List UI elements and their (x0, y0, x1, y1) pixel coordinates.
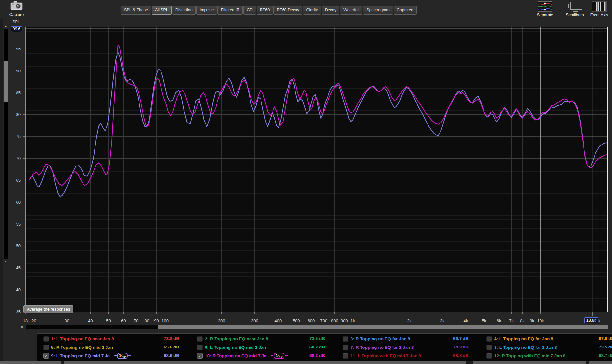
legend-value: 65.6 dB (164, 345, 179, 349)
x-axis-label: 4k (464, 318, 468, 323)
x-axis-label: 7k (509, 318, 514, 323)
y-axis-label: 80 (16, 112, 21, 117)
legend-label[interactable]: 5: R Topping no EQ mid 2 Jan (51, 345, 113, 350)
legend-value: 73.5 dB (309, 336, 325, 341)
x-axis-label: 900 (341, 318, 348, 323)
y-axis-label: 45 (16, 265, 21, 270)
legend-item: ✓10: R Topping no EQ mid 7 Ja1⁄1268.3 dB (197, 352, 325, 359)
average-responses-tooltip[interactable]: Average the responses (23, 305, 73, 313)
legend-label[interactable]: 6: L Topping no EQ mid 2 Jan (205, 345, 266, 350)
legend-checkbox[interactable] (486, 336, 492, 342)
x-axis-label: 18 (23, 318, 28, 323)
x-axis-label: 600 (308, 318, 315, 323)
y-axis-label: 60 (16, 200, 21, 205)
legend-checkbox[interactable] (43, 336, 49, 342)
legend-label[interactable]: 3: R Topping no EQ far Jan 8 (351, 337, 410, 341)
y-axis-label: 40 (16, 287, 21, 292)
legend-value: 68.7 dB (599, 353, 612, 358)
legend-panel: 1: L Topping no EQ near Jan 873.8 dB5: R… (37, 333, 612, 361)
legend-checkbox[interactable] (197, 345, 203, 350)
legend-item: 11: L Topping with EQ mid 7 Jan 868.8 dB (343, 352, 469, 359)
spl-chart[interactable]: 9590858075706560555045403518203040506070… (0, 0, 612, 364)
y-axis-label: 55 (16, 222, 21, 227)
legend-value: 67.0 dB (599, 336, 612, 341)
legend-checkbox[interactable] (486, 353, 492, 359)
x-axis-label: 40 (88, 318, 93, 323)
smoothing-badge[interactable]: 1⁄12 (271, 353, 287, 359)
smoothing-badge[interactable]: 1⁄12 (114, 353, 131, 359)
y-axis-label: 50 (16, 243, 21, 248)
x-axis-label: 5k (482, 318, 486, 323)
x-axis-label: 700 (320, 318, 327, 323)
bottom-scrollbar-divider (466, 361, 473, 364)
y-axis-label: 90 (16, 69, 21, 73)
legend-value: 68.3 dB (309, 353, 325, 358)
scroll-left-arrow[interactable]: ◀ (20, 325, 23, 329)
x-axis-label: 1k (351, 318, 355, 323)
x-axis-label: 3k (440, 318, 445, 323)
y-axis-label: 65 (16, 178, 21, 183)
x-axis-label: 6k (497, 318, 501, 323)
x-axis-label: 200 (218, 318, 225, 323)
x-axis-label: 80 (145, 318, 149, 323)
legend-value: 68.8 dB (453, 353, 469, 358)
x-axis-label: 30 (64, 318, 69, 323)
x-axis-label: 100 (161, 318, 169, 323)
legend-item: 5: R Topping no EQ mid 2 Jan65.6 dB (43, 344, 179, 350)
vertical-scroll-thumb[interactable] (4, 61, 8, 102)
legend-checkbox[interactable] (197, 336, 203, 342)
legend-item: ✓9: L Topping no EQ mid 7 Ja1⁄1268.6 dB (43, 352, 179, 359)
legend-checkbox[interactable] (343, 353, 348, 359)
legend-item: 3: R Topping no EQ far Jan 866.7 dB (343, 336, 469, 342)
x-axis-label: 2k (407, 318, 412, 323)
x-axis-label: 300 (251, 318, 258, 323)
y-axis-label: 75 (16, 134, 21, 139)
legend-item: 6: L Topping no EQ mid 2 Jan68.2 dB (197, 344, 325, 350)
x-axis-label: 70 (134, 318, 138, 323)
x-axis-label: 9k (530, 318, 534, 323)
x-axis-label: 50 (106, 318, 111, 323)
y-axis-label: 70 (16, 156, 21, 161)
legend-label[interactable]: 2: R Topping no EQ near Jan 8 (205, 337, 268, 341)
x-axis-label: 8k (520, 318, 525, 323)
legend-checkbox[interactable] (343, 345, 348, 350)
x-axis-label: 90 (154, 318, 159, 323)
legend-checkbox[interactable] (343, 336, 348, 342)
legend-label[interactable]: 8: L Topping no EQ far 2 Jan 8 (494, 345, 557, 350)
legend-checkbox[interactable] (486, 345, 492, 350)
scroll-down-arrow[interactable]: ▼ (3, 260, 9, 263)
x-axis-label: 800 (331, 318, 338, 323)
horizontal-scrollbar: ◀ (0, 324, 612, 329)
x-axis-label: 20 (31, 318, 36, 323)
legend-label[interactable]: 10: R Topping no EQ mid 7 Ja (205, 353, 266, 358)
x-axis-label: 400 (274, 318, 282, 323)
legend-checkbox[interactable]: ✓ (197, 353, 203, 359)
y-axis-label: 95 (16, 47, 21, 51)
x-axis-label: 10k (537, 318, 544, 323)
x-axis-label: 60 (121, 318, 126, 323)
legend-value: 66.7 dB (453, 336, 469, 341)
legend-item: 8: L Topping no EQ far 2 Jan 873.5 dB (486, 344, 612, 350)
cursor-freq-readout: 18.8k (584, 317, 598, 323)
legend-value: 73.8 dB (164, 336, 179, 341)
horizontal-scroll-thumb[interactable] (158, 325, 608, 329)
legend-item: 1: L Topping no EQ near Jan 873.8 dB (43, 336, 179, 342)
legend-label[interactable]: 4: L Topping no EQ far Jan 8 (494, 337, 553, 341)
legend-value: 68.2 dB (309, 345, 325, 349)
legend-checkbox[interactable] (43, 345, 49, 350)
legend-label[interactable]: 11: L Topping with EQ mid 7 Jan 8 (351, 353, 421, 358)
legend-label[interactable]: 1: L Topping no EQ near Jan 8 (51, 337, 114, 341)
legend-label[interactable]: 9: L Topping no EQ mid 7 Ja (51, 353, 110, 358)
legend-label[interactable]: 7: R Topping no EQ far 2 Jan 8 (351, 345, 414, 350)
cursor-db-readout: 99.6 (11, 26, 22, 32)
legend-value: 74.3 dB (453, 345, 469, 349)
legend-checkbox[interactable]: ✓ (43, 353, 49, 359)
bottom-scrollbar-divider (61, 361, 64, 364)
scroll-up-arrow[interactable]: ▲ (3, 24, 9, 27)
bottom-scrollbar[interactable] (0, 361, 612, 364)
bottom-scrollbar-divider (586, 361, 589, 364)
legend-value: 68.6 dB (164, 353, 179, 358)
y-axis-label: 85 (16, 91, 21, 95)
y-axis-label: 35 (16, 309, 21, 314)
legend-label[interactable]: 12: R Topping with EQ mid 7 Jan 8 (494, 353, 565, 358)
